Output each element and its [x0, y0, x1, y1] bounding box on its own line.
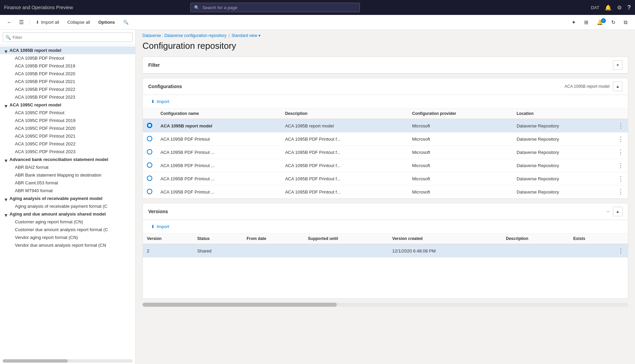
config-row-5[interactable]: ACA 1095B PDF Printout ...ACA 1095B PDF …: [143, 185, 628, 199]
config-row-2[interactable]: ACA 1095B PDF Printout ...ACA 1095B PDF …: [143, 146, 628, 159]
configurations-import-button[interactable]: ⬇ Import: [147, 97, 173, 106]
back-button[interactable]: ←: [4, 18, 15, 27]
breadcrumb-view[interactable]: Standard view ▾: [232, 33, 261, 38]
config-actions-1[interactable]: ⋮: [614, 133, 628, 146]
notification-icon[interactable]: 🔔: [605, 4, 612, 11]
config-more-icon-0[interactable]: ⋮: [618, 122, 624, 129]
sidebar-tree-item-aca-1095c[interactable]: ◀ACA 1095C report model: [0, 101, 135, 109]
sidebar-tree-item-customer-aging-cn[interactable]: Customer aging report format (CN): [0, 218, 135, 226]
versions-table-header-row: Version Status From date Supported until…: [143, 234, 628, 244]
tree-item-label-abr-mt940: ABR MT940 format: [15, 188, 53, 193]
filter-input[interactable]: [3, 33, 133, 42]
config-row-3[interactable]: ACA 1095B PDF Printout ...ACA 1095B PDF …: [143, 159, 628, 172]
content-area: Dataverse : Dataverse configuration repo…: [136, 30, 635, 364]
sidebar-tree-item-aca-1095c-printout[interactable]: ACA 1095C PDF Printout: [0, 109, 135, 117]
sidebar-tree-item-aging-due[interactable]: ◀Aging and due amount analysis shared mo…: [0, 210, 135, 218]
config-cell-description-4: ACA 1095B PDF Printout f...: [281, 172, 408, 185]
radio-button-1[interactable]: [147, 136, 152, 141]
breadcrumb-dataverse[interactable]: Dataverse : Dataverse configuration repo…: [142, 33, 226, 38]
sidebar-tree-item-aca-1095b-printout-2020[interactable]: ACA 1095B PDF Printout 2020: [0, 70, 135, 78]
radio-button-2[interactable]: [147, 149, 152, 155]
config-radio-3[interactable]: [143, 159, 156, 172]
badge-count: 0: [601, 18, 606, 23]
menu-button[interactable]: ☰: [16, 18, 26, 27]
tree-item-label-aca-1095b: ACA 1095B report model: [9, 48, 61, 53]
sidebar-tree-item-abr-camt[interactable]: ABR Camt.053 format: [0, 179, 135, 187]
configurations-import-bar: ⬇ Import: [143, 95, 628, 108]
config-row-4[interactable]: ACA 1095B PDF Printout ...ACA 1095B PDF …: [143, 172, 628, 185]
sidebar-tree-item-customer-due-cn[interactable]: Customer due amount analysis report form…: [0, 226, 135, 234]
sidebar-tree-item-aca-1095b-printout[interactable]: ACA 1095B PDF Printout: [0, 54, 135, 62]
versions-collapse-button[interactable]: ▲: [613, 207, 622, 216]
collapse-all-button[interactable]: Collapse all: [64, 18, 93, 26]
config-actions-4[interactable]: ⋮: [614, 172, 628, 185]
config-radio-0[interactable]: [143, 119, 156, 133]
configurations-collapse-button[interactable]: ▲: [613, 82, 622, 91]
global-search-box[interactable]: 🔍 Search for a page: [190, 3, 360, 12]
version-more-icon-0[interactable]: ⋮: [618, 247, 624, 254]
sidebar-tree-item-abr-bank-mapping[interactable]: ABR Bank statement Mapping to destinatio…: [0, 171, 135, 179]
sidebar-tree-item-aca-1095c-printout-2022[interactable]: ACA 1095C PDF Printout 2022: [0, 140, 135, 148]
help-icon[interactable]: ?: [627, 4, 631, 11]
import-all-button[interactable]: ⬇ Import all: [32, 18, 62, 26]
config-radio-1[interactable]: [143, 133, 156, 146]
refresh-badge-button[interactable]: 🔔 0: [593, 18, 607, 27]
fullscreen-button[interactable]: ⊞: [581, 18, 592, 27]
radio-button-3[interactable]: [147, 162, 152, 168]
sidebar-tree-item-aca-1095b-printout-2022[interactable]: ACA 1095B PDF Printout 2022: [0, 85, 135, 93]
col-config-name: Configuration name: [156, 108, 281, 119]
sidebar-horizontal-scrollbar[interactable]: [3, 359, 133, 363]
content-horizontal-scrollbar[interactable]: [142, 303, 628, 307]
sidebar-tree-item-aca-1095b-printout-2019[interactable]: ACA 1095B PDF Printout 2019: [0, 62, 135, 70]
sidebar-tree-item-aging-receivable[interactable]: ◀Aging analysis of receivable payment mo…: [0, 195, 135, 202]
sidebar-tree-item-aca-1095c-printout-2019[interactable]: ACA 1095C PDF Printout 2019: [0, 117, 135, 124]
sidebar-tree-item-aca-1095c-printout-2021[interactable]: ACA 1095C PDF Printout 2021: [0, 132, 135, 140]
version-actions-0[interactable]: ⋮: [614, 244, 628, 258]
reload-button[interactable]: ↻: [608, 18, 619, 27]
personalize-button[interactable]: ✦: [568, 18, 579, 27]
config-radio-5[interactable]: [143, 185, 156, 199]
sidebar-tree-item-aca-1095c-printout-2020[interactable]: ACA 1095C PDF Printout 2020: [0, 124, 135, 132]
sidebar-tree-item-abr-model[interactable]: ◀Advanced bank reconciliation statement …: [0, 156, 135, 163]
radio-button-4[interactable]: [147, 176, 152, 181]
sidebar-tree-item-aca-1095b-printout-2021[interactable]: ACA 1095B PDF Printout 2021: [0, 78, 135, 85]
sidebar-tree-item-aca-1095c-printout-2023[interactable]: ACA 1095C PDF Printout 2023: [0, 148, 135, 156]
open-in-button[interactable]: ⧉: [620, 18, 631, 27]
config-cell-provider-2: Microsoft: [408, 146, 513, 159]
selected-config-label: ACA 1095B report model: [564, 84, 610, 89]
sidebar-tree-item-vendor-due-cn[interactable]: Vendor due amount analysis report format…: [0, 241, 135, 249]
sidebar-tree-item-aca-1095b[interactable]: ◀ACA 1095B report model: [0, 46, 135, 54]
sidebar-tree-item-abr-mt940[interactable]: ABR MT940 format: [0, 187, 135, 195]
config-more-icon-3[interactable]: ⋮: [618, 162, 624, 169]
settings-icon[interactable]: ⚙: [617, 4, 622, 11]
config-actions-2[interactable]: ⋮: [614, 146, 628, 159]
versions-import-button[interactable]: ⬇ Import: [147, 222, 173, 231]
config-cell-description-3: ACA 1095B PDF Printout f...: [281, 159, 408, 172]
sidebar-tree-item-abr-bai2[interactable]: ABR BAI2 format: [0, 163, 135, 171]
config-radio-2[interactable]: [143, 146, 156, 159]
version-row-0[interactable]: 2Shared12/1/2020 6:48:08 PM⋮: [143, 244, 628, 258]
config-actions-3[interactable]: ⋮: [614, 159, 628, 172]
sidebar-tree-item-vendor-aging-cn[interactable]: Vendor aging report format (CN): [0, 234, 135, 241]
tree-item-label-vendor-aging-cn: Vendor aging report format (CN): [15, 235, 78, 240]
config-radio-4[interactable]: [143, 172, 156, 185]
config-more-icon-2[interactable]: ⋮: [618, 149, 624, 156]
filter-input-wrap: 🔍: [3, 33, 133, 42]
global-search-placeholder: Search for a page: [202, 5, 237, 10]
radio-button-5[interactable]: [147, 189, 152, 194]
config-row-0[interactable]: ACA 1095B report modelACA 1095B report m…: [143, 119, 628, 133]
options-button[interactable]: Options: [95, 18, 118, 26]
configurations-section-right: ACA 1095B report model ▲: [564, 82, 622, 91]
radio-button-0[interactable]: [147, 123, 152, 128]
config-more-icon-4[interactable]: ⋮: [618, 175, 624, 182]
filter-collapse-button[interactable]: ▾: [613, 60, 622, 70]
config-cell-provider-1: Microsoft: [408, 133, 513, 146]
config-actions-0[interactable]: ⋮: [614, 119, 628, 133]
config-more-icon-5[interactable]: ⋮: [618, 188, 624, 195]
config-actions-5[interactable]: ⋮: [614, 185, 628, 199]
config-row-1[interactable]: ACA 1095B PDF PrintoutACA 1095B PDF Prin…: [143, 133, 628, 146]
sidebar-tree-item-aging-receivable-format[interactable]: Aging analysis of receivable payment for…: [0, 202, 135, 210]
sidebar-tree-item-aca-1095b-printout-2023[interactable]: ACA 1095B PDF Printout 2023: [0, 93, 135, 101]
config-more-icon-1[interactable]: ⋮: [618, 136, 624, 142]
toolbar-search-button[interactable]: 🔍: [120, 18, 132, 26]
